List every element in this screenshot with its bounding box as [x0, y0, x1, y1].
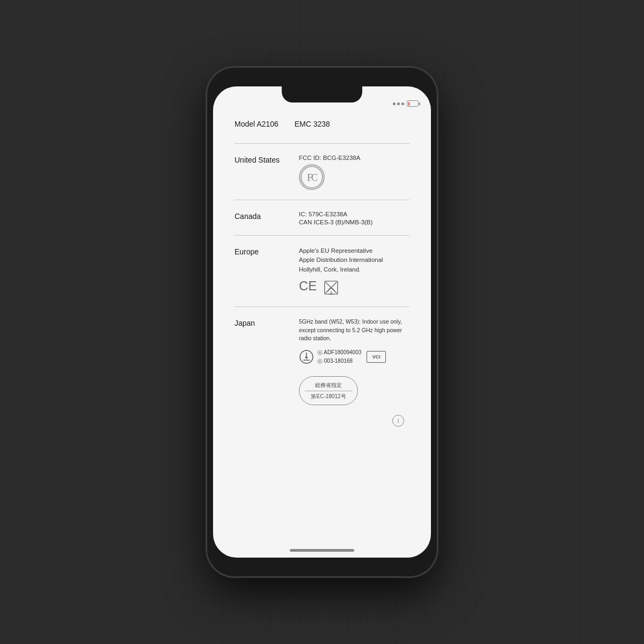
- battery-icon: [407, 100, 420, 107]
- japan-stamp-bottom: 第EC-18012号: [311, 393, 346, 400]
- info-icon[interactable]: i: [392, 415, 404, 427]
- phone-screen: Model A2106 EMC 3238 United States FCC I…: [213, 86, 431, 558]
- ic-text: IC: 579C-E3238A: [299, 211, 409, 217]
- ce-mark: CE: [299, 279, 320, 297]
- us-section: United States FCC ID: BCG-E3238A FC: [235, 155, 409, 190]
- signal-dot-3: [401, 103, 404, 105]
- can-ices-text: CAN ICES-3 (B)/NMB-3(B): [299, 219, 409, 225]
- japan-adf-line1: ㊋ ADF180094003: [317, 348, 361, 357]
- japan-details: 5GHz band (W52, W53): Indoor use only, e…: [299, 318, 409, 405]
- canada-details: IC: 579C-E3238A CAN ICES-3 (B)/NMB-3(B): [299, 211, 409, 225]
- europe-row: Europe Apple's EU Representative Apple D…: [235, 246, 409, 297]
- signal-indicator: [393, 103, 404, 105]
- svg-text:FC: FC: [307, 172, 318, 183]
- eu-marks: CE: [299, 279, 409, 297]
- content-area: Model A2106 EMC 3238 United States FCC I…: [213, 110, 431, 543]
- signal-dot-2: [397, 103, 400, 105]
- europe-name: Europe: [235, 246, 288, 256]
- model-row: Model A2106 EMC 3238: [235, 115, 409, 128]
- europe-details: Apple's EU Representative Apple Distribu…: [299, 246, 409, 297]
- svg-text:CE: CE: [299, 279, 317, 293]
- battery-tip: [419, 103, 420, 105]
- us-name: United States: [235, 155, 288, 164]
- japan-section: Japan 5GHz band (W52, W53): Indoor use o…: [235, 318, 409, 405]
- vci-label: VCI: [372, 354, 380, 360]
- phone-device: Model A2106 EMC 3238 United States FCC I…: [207, 67, 437, 577]
- emc-label: EMC 3238: [295, 120, 330, 128]
- divider-canada: [235, 235, 409, 236]
- europe-section: Europe Apple's EU Representative Apple D…: [235, 246, 409, 297]
- battery-body: [407, 100, 419, 107]
- info-icon-row: i: [235, 415, 409, 427]
- home-bar: [290, 549, 354, 552]
- japan-name: Japan: [235, 318, 288, 327]
- divider-model: [235, 143, 409, 144]
- model-label: Model A2106: [235, 120, 279, 128]
- battery-fill: [408, 102, 410, 106]
- info-icon-label: i: [397, 416, 399, 425]
- eu-rep-line3: Hollyhill, Cork, Ireland.: [299, 265, 409, 274]
- japan-circle-stamp: 総務省指定 第EC-18012号: [299, 376, 358, 405]
- weee-mark: [324, 280, 339, 295]
- divider-europe: [235, 306, 409, 307]
- phone-notch: [282, 86, 362, 103]
- us-details: FCC ID: BCG-E3238A FC: [299, 155, 409, 190]
- regulatory-info: Model A2106 EMC 3238 United States FCC I…: [213, 115, 431, 427]
- fcc-logo: FC: [299, 164, 325, 190]
- japan-stamp-top: 総務省指定: [305, 382, 352, 391]
- vci-mark: VCI: [367, 351, 386, 363]
- status-icons: [393, 100, 420, 107]
- home-indicator: [213, 543, 431, 558]
- us-row: United States FCC ID: BCG-E3238A FC: [235, 155, 409, 190]
- japan-adf-line2: ㊋ 003-180168: [317, 357, 361, 365]
- japan-text: 5GHz band (W52, W53): Indoor use only, e…: [299, 318, 409, 343]
- japan-marks-row: ㊋ ADF180094003 ㊋ 003-180168 VCI: [299, 348, 409, 365]
- canada-section: Canada IC: 579C-E3238A CAN ICES-3 (B)/NM…: [235, 211, 409, 225]
- japan-cert-box: ㊋ ADF180094003 ㊋ 003-180168: [299, 348, 361, 365]
- japan-row: Japan 5GHz band (W52, W53): Indoor use o…: [235, 318, 409, 405]
- svg-marker-10: [305, 357, 308, 359]
- eu-rep-line2: Apple Distribution International: [299, 255, 409, 265]
- canada-row: Canada IC: 579C-E3238A CAN ICES-3 (B)/NM…: [235, 211, 409, 225]
- fcc-id-text: FCC ID: BCG-E3238A: [299, 155, 409, 161]
- divider-us: [235, 200, 409, 200]
- eu-rep-text: Apple's EU Representative Apple Distribu…: [299, 246, 409, 274]
- eu-rep-line1: Apple's EU Representative: [299, 246, 409, 255]
- canada-name: Canada: [235, 211, 288, 221]
- japan-cert-text: ㊋ ADF180094003 ㊋ 003-180168: [317, 348, 361, 365]
- signal-dot-1: [393, 103, 396, 105]
